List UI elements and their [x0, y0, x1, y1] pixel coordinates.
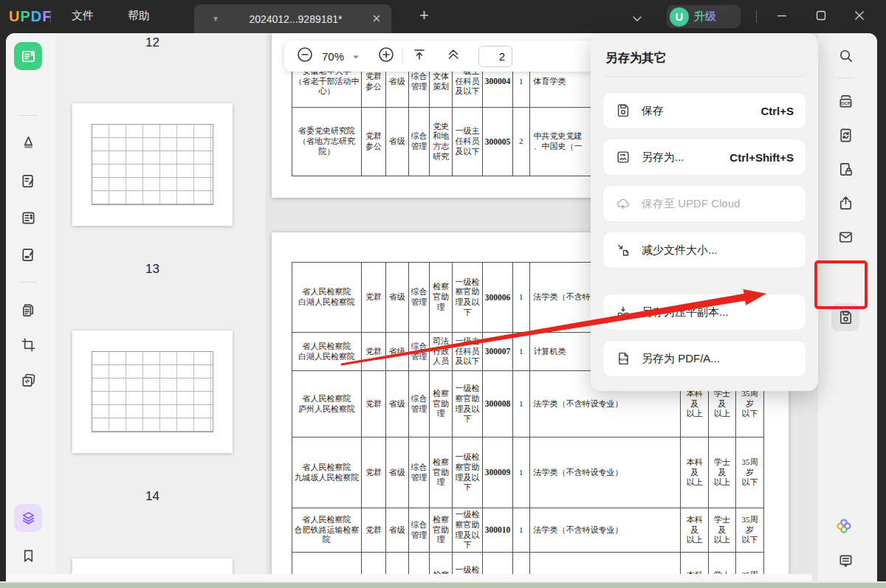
thumbnail-table — [92, 124, 213, 205]
email-button[interactable] — [831, 223, 859, 251]
avatar[interactable]: U — [670, 7, 689, 27]
page-label: 12 — [55, 35, 266, 50]
sign-button[interactable] — [14, 241, 42, 269]
table-cell: 省人民检察院 合肥铁路运输检察院 — [292, 508, 362, 553]
table-cell: 法学类（不含特设专业） — [529, 508, 681, 553]
table-cell: 省人民检察院 九城坂人民检察院 — [292, 437, 362, 508]
table-cell: 省人民检察院 白湖人民检察院 — [292, 263, 362, 333]
close-button[interactable] — [854, 10, 865, 24]
comment-tool-button[interactable] — [14, 128, 42, 156]
feedback-button[interactable] — [831, 547, 859, 575]
zoom-level[interactable]: 70% — [314, 50, 352, 63]
thumbnail-table — [92, 351, 213, 432]
search-button[interactable] — [831, 41, 859, 69]
table-cell: 1 — [512, 371, 529, 437]
feedback-bubble-icon — [837, 553, 854, 570]
menu-item-save[interactable]: 保存 Ctrl+S — [603, 93, 806, 128]
divider — [402, 49, 403, 63]
table-row: 省人民检察院 合肥铁路运输检察院党群省级综合 管理检察 官助 理一级检 察官助 … — [292, 508, 764, 553]
background-window-edge — [0, 581, 886, 588]
menu-item-label: 另存为压平副本... — [642, 305, 794, 319]
ai-clover-icon — [834, 516, 854, 536]
table-cell: 综合 管理 — [408, 263, 430, 333]
table-cell: 综合 管理 — [408, 508, 430, 553]
tab-dropdown-icon[interactable]: ▼ — [212, 15, 219, 23]
menu-item-label: 另存为 PDF/A... — [642, 352, 794, 366]
new-tab-button[interactable]: + — [419, 6, 429, 25]
protect-button[interactable] — [831, 155, 859, 183]
titlebar: UPDF 文件 帮助 ▼ 2024012...9289181* + U 升级 — [0, 0, 886, 33]
bookmark-panel-button[interactable] — [14, 542, 42, 570]
table-cell: 党群 — [362, 437, 386, 508]
extract-pages-button[interactable] — [14, 366, 42, 394]
table-cell: 省级 — [385, 437, 408, 508]
menu-help[interactable]: 帮助 — [128, 9, 150, 23]
edit-page-icon — [20, 173, 37, 190]
menu-file[interactable]: 文件 — [72, 9, 94, 23]
menu-item-save-as-pdfa[interactable]: PDF/A 另存为 PDF/A... — [603, 341, 806, 376]
menu-item-save-to-cloud: 保存至 UPDF Cloud — [603, 186, 806, 221]
divider — [19, 115, 37, 116]
layers-panel-button[interactable] — [14, 504, 42, 532]
highlighter-icon — [20, 134, 37, 151]
chevron-down-icon[interactable] — [632, 12, 642, 25]
page-label: 14 — [55, 489, 266, 504]
convert-page-icon — [837, 127, 854, 144]
page-thumbnail[interactable] — [72, 103, 233, 226]
crop-pages-button[interactable] — [14, 331, 42, 359]
pdfa-icon: PDF/A — [615, 350, 631, 367]
search-icon — [837, 47, 854, 64]
table-cell: 本科及 以上 — [681, 437, 709, 508]
envelope-icon — [837, 229, 854, 246]
upgrade-label: 升级 — [694, 10, 716, 24]
table-cell: 一级检 察官助 理及以 下 — [453, 371, 483, 437]
table-cell: 一级检 察官助 理及以 下 — [453, 508, 483, 553]
menu-item-label: 保存至 UPDF Cloud — [642, 197, 794, 211]
cloud-upload-icon — [615, 196, 631, 212]
menu-item-save-flattened-copy[interactable]: 另存为压平副本... — [603, 294, 806, 330]
go-top-button[interactable] — [411, 46, 428, 66]
reduce-size-icon — [615, 242, 631, 258]
zoom-in-icon — [377, 46, 395, 63]
window-bottom-strip — [6, 574, 812, 581]
ai-assistant-button[interactable] — [830, 512, 858, 540]
share-button[interactable] — [831, 189, 859, 217]
zoom-in-button[interactable] — [377, 46, 395, 66]
table-cell: 党群 — [362, 508, 386, 553]
layers-icon — [20, 510, 37, 527]
table-cell: 省人民检察院 庐州人民检察院 — [292, 371, 362, 437]
upgrade-button[interactable]: U 升级 — [667, 5, 741, 28]
page-number-input[interactable]: 2 — [478, 46, 512, 67]
document-tab[interactable]: ▼ 2024012...9289181* — [194, 4, 391, 33]
table-cell: 综合 管理 — [408, 333, 430, 371]
menu-item-reduce-file-size[interactable]: 减少文件大小... — [603, 232, 806, 268]
zoom-dropdown-caret[interactable] — [352, 49, 360, 63]
page-thumbnail[interactable] — [72, 331, 233, 453]
save-as-icon — [615, 149, 631, 165]
zoom-out-button[interactable] — [296, 46, 314, 66]
table-cell: 党群 — [362, 371, 386, 437]
form-page-icon — [20, 210, 37, 226]
table-cell: 综合 管理 — [408, 371, 430, 437]
reader-icon — [20, 48, 37, 65]
convert-button[interactable] — [831, 121, 859, 149]
copies-icon — [20, 372, 37, 389]
table-cell: 党史 和地 方志 研究 — [430, 108, 453, 176]
view-toolbar: 70% 2 — [284, 41, 598, 72]
reader-mode-button[interactable] — [14, 42, 42, 70]
table-cell: 党群 — [362, 333, 386, 371]
maximize-button[interactable] — [816, 10, 826, 24]
forms-button[interactable] — [14, 204, 42, 232]
minimize-button[interactable] — [777, 10, 787, 24]
table-cell: 300008 — [483, 371, 513, 437]
organize-pages-button[interactable] — [14, 296, 42, 324]
menu-item-save-as[interactable]: 另存为... Ctrl+Shift+S — [603, 139, 806, 175]
previous-page-button[interactable] — [444, 46, 462, 66]
save-as-menu: 另存为其它 保存 Ctrl+S 另存为... Ctrl+Shift+S 保存至 … — [591, 33, 818, 391]
ocr-button[interactable]: OCR — [831, 87, 859, 115]
share-icon — [837, 195, 854, 212]
table-cell: 一级主 任科员 及以下 — [453, 333, 483, 371]
tab-close-icon[interactable] — [372, 13, 381, 26]
divider — [19, 282, 37, 283]
edit-pdf-button[interactable] — [14, 167, 42, 195]
